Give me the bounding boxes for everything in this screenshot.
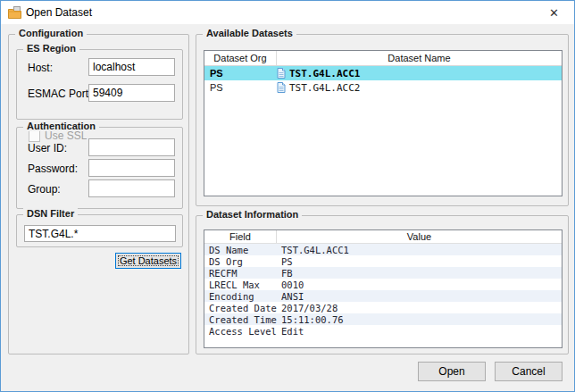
info-field-cell: DS Org [204, 256, 277, 267]
info-value-cell: FB [277, 268, 562, 279]
info-field-cell: Created Time [204, 314, 277, 325]
info-field-cell: LRECL Max [204, 279, 277, 290]
document-icon [277, 82, 286, 93]
info-row: EncodingANSI [204, 290, 562, 302]
user-id-label: User ID: [28, 142, 67, 154]
window-title: Open Dataset [26, 1, 92, 24]
info-row: LRECL Max0010 [204, 279, 562, 290]
info-value-cell: ANSI [277, 291, 562, 302]
authentication-group: Authentication User ID: Password: Group: [16, 127, 183, 209]
info-row: DS NameTST.G4L.ACC1 [204, 244, 562, 255]
dataset-information-header: Field Value [204, 230, 562, 244]
es-region-group: ES Region Host: ESMAC Port: [16, 49, 183, 120]
folder-icon [8, 6, 21, 19]
open-dataset-dialog: Open Dataset ✕ Configuration ES Region H… [0, 0, 575, 392]
dataset-row[interactable]: PSTST.G4L.ACC1 [204, 66, 562, 80]
group-input[interactable] [88, 179, 175, 197]
dataset-information-group: Dataset Information Field Value DS NameT… [196, 215, 569, 354]
document-icon [277, 68, 286, 79]
info-value-cell: PS [277, 256, 562, 267]
esmac-port-input[interactable] [88, 84, 175, 102]
info-row: Access LevelEdit [204, 325, 562, 337]
info-field-cell: RECFM [204, 268, 277, 279]
dataset-org-cell: PS [204, 82, 277, 93]
info-field-cell: Created Date [204, 303, 277, 313]
open-button[interactable]: Open [418, 362, 486, 381]
available-datasets-list[interactable]: Dataset Org Dataset Name PSTST.G4L.ACC1P… [204, 50, 562, 196]
available-datasets-label: Available Datasets [203, 28, 296, 38]
column-dataset-org: Dataset Org [204, 51, 277, 65]
info-row: Created Date2017/03/28 [204, 302, 562, 313]
cancel-button[interactable]: Cancel [495, 362, 562, 381]
info-row: RECFMFB [204, 267, 562, 279]
close-button[interactable]: ✕ [534, 1, 574, 24]
host-label: Host: [28, 62, 53, 74]
dataset-org-cell: PS [204, 68, 277, 79]
dataset-information-table: Field Value DS NameTST.G4L.ACC1DS OrgPSR… [204, 229, 562, 348]
column-value: Value [277, 230, 562, 243]
dsn-filter-input[interactable] [24, 225, 176, 242]
user-id-input[interactable] [88, 138, 175, 156]
info-field-cell: DS Name [204, 245, 277, 255]
info-field-cell: Access Level [204, 326, 277, 337]
info-value-cell: 0010 [277, 279, 562, 290]
es-region-label: ES Region [23, 43, 79, 54]
info-field-cell: Encoding [204, 291, 277, 302]
dataset-name-cell: TST.G4L.ACC2 [277, 82, 562, 94]
dataset-info-rows: DS NameTST.G4L.ACC1DS OrgPSRECFMFBLRECL … [204, 244, 562, 337]
authentication-label: Authentication [23, 121, 99, 131]
password-label: Password: [28, 163, 78, 175]
info-value-cell: TST.G4L.ACC1 [277, 245, 562, 255]
column-field: Field [204, 230, 277, 243]
info-row: Created Time15:11:00.76 [204, 313, 562, 325]
info-row: DS OrgPS [204, 255, 562, 267]
available-datasets-header: Dataset Org Dataset Name [204, 51, 562, 66]
group-label: Group: [28, 183, 61, 196]
info-value-cell: Edit [277, 326, 562, 337]
esmac-port-label: ESMAC Port: [28, 88, 91, 100]
info-value-cell: 15:11:00.76 [277, 314, 562, 325]
password-input[interactable] [88, 159, 175, 177]
get-datasets-button[interactable]: Get Datasets [115, 253, 181, 269]
dataset-row[interactable]: PSTST.G4L.ACC2 [204, 80, 562, 95]
configuration-group: Configuration ES Region Host: ESMAC Port… [8, 34, 189, 354]
info-value-cell: 2017/03/28 [277, 303, 562, 313]
titlebar: Open Dataset ✕ [1, 1, 574, 24]
column-dataset-name: Dataset Name [277, 51, 562, 65]
dataset-name-cell: TST.G4L.ACC1 [277, 68, 562, 79]
dataset-information-label: Dataset Information [203, 209, 302, 220]
dsn-filter-group: DSN Filter [16, 214, 183, 247]
close-icon: ✕ [549, 6, 559, 20]
available-datasets-group: Available Datasets Dataset Org Dataset N… [196, 34, 569, 206]
dsn-filter-label: DSN Filter [23, 208, 78, 219]
host-input[interactable] [88, 58, 175, 76]
available-datasets-rows: PSTST.G4L.ACC1PSTST.G4L.ACC2 [204, 66, 562, 95]
configuration-label: Configuration [15, 28, 87, 38]
